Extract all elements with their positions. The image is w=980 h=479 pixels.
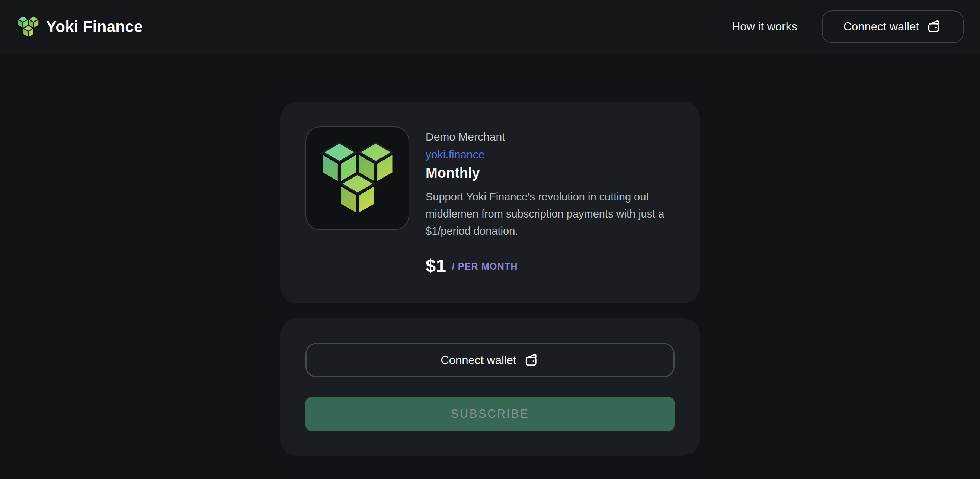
merchant-logo-image <box>317 138 398 219</box>
connect-wallet-button-card[interactable]: Connect wallet <box>305 343 675 377</box>
connect-wallet-label: Connect wallet <box>843 20 919 33</box>
nav-link-how-it-works[interactable]: How it works <box>732 20 797 33</box>
plan-name: Monthly <box>426 164 675 181</box>
merchant-card: Demo Merchant yoki.finance Monthly Suppo… <box>280 102 700 303</box>
nav-right: How it works Connect wallet <box>732 10 964 43</box>
wallet-icon <box>926 19 942 35</box>
navbar: Yoki Finance How it works Connect wallet <box>0 0 980 54</box>
subscribe-card: Connect wallet SUBSCRIBE <box>280 318 700 455</box>
merchant-logo-tile <box>305 127 409 230</box>
connect-wallet-card-label: Connect wallet <box>441 354 516 367</box>
connect-wallet-button[interactable]: Connect wallet <box>822 10 964 43</box>
plan-description: Support Yoki Finance's revolution in cut… <box>426 188 675 240</box>
brand-name: Yoki Finance <box>46 18 143 36</box>
yoki-logo-icon <box>16 15 40 39</box>
merchant-website-link[interactable]: yoki.finance <box>426 148 484 162</box>
price-period: / PER MONTH <box>452 260 518 272</box>
subscribe-button[interactable]: SUBSCRIBE <box>305 397 675 431</box>
subscribe-label: SUBSCRIBE <box>451 407 530 420</box>
brand[interactable]: Yoki Finance <box>16 15 143 39</box>
merchant-info: Demo Merchant yoki.finance Monthly Suppo… <box>426 127 675 276</box>
main-content: Demo Merchant yoki.finance Monthly Suppo… <box>280 102 700 455</box>
wallet-icon <box>524 352 539 368</box>
price-amount: $1 <box>426 255 447 276</box>
price-row: $1 / PER MONTH <box>426 255 675 276</box>
merchant-name: Demo Merchant <box>426 130 675 144</box>
